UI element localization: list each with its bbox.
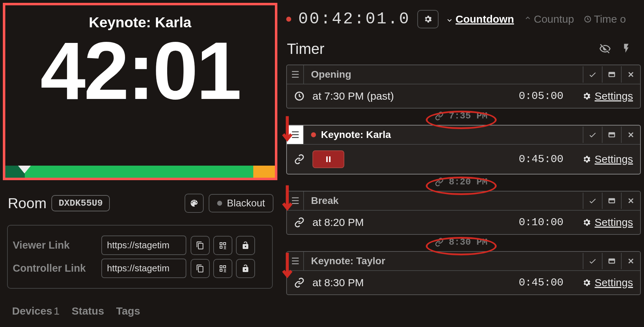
linked-time-chip[interactable]: 8:20 PM [435,177,487,187]
copy-icon [196,241,204,250]
room-label: Room [8,195,46,212]
timer-title[interactable]: Keynote: Karla [304,126,583,144]
mode-countup[interactable]: Countup [524,13,574,25]
close-icon [627,70,635,79]
timer-title[interactable]: Opening [304,65,583,84]
unlock-icon [241,264,250,273]
close-button[interactable] [621,193,640,209]
svg-rect-9 [609,199,615,200]
copy-icon [196,264,204,273]
timer-settings-link[interactable]: Settings [582,90,633,102]
link-icon [294,217,305,228]
viewer-link-input[interactable] [101,235,186,255]
annotation-arrow-icon [281,184,293,216]
devices-header: Devices1 Status Tags [0,292,280,317]
timer-duration[interactable]: 0:45:00 [519,153,564,165]
link-icon [435,177,444,187]
link-icon [294,154,305,165]
clock-icon [294,91,305,101]
link-icon [294,277,305,288]
link-icon [435,238,444,247]
close-button[interactable] [621,66,640,83]
timer-duration[interactable]: 0:45:00 [519,277,564,289]
arrow-down-icon [446,15,453,23]
qr-icon [219,264,227,273]
drag-handle[interactable]: ☰ [287,65,304,84]
minimize-button[interactable] [602,127,621,143]
timer-card-break: ☰ Break at 8:20 PM 0:10:00 Settings [286,191,641,235]
check-icon [588,130,597,139]
done-button[interactable] [583,193,602,209]
check-icon [588,196,597,205]
svg-rect-2 [609,72,615,74]
header-settings-button[interactable] [417,10,439,28]
timer-schedule: at 8:20 PM [312,216,364,228]
palette-icon [190,199,199,208]
copy-controller-button[interactable] [191,259,210,278]
close-icon [627,131,635,139]
room-code[interactable]: DXDK55U9 [51,195,110,211]
qr-icon [219,241,227,250]
svg-rect-6 [326,156,328,162]
close-button[interactable] [621,127,640,143]
timer-card-opening: ☰ Opening at 7:30 PM (past) 0:05:00 Sett… [286,65,641,109]
minimize-button[interactable] [602,66,621,83]
gear-icon [582,218,591,227]
minimize-button[interactable] [602,193,621,209]
done-button[interactable] [583,66,602,83]
gear-icon [582,92,591,101]
blackout-button[interactable]: Blackout [209,194,273,212]
controller-link-input[interactable] [101,259,186,278]
window-icon [608,257,616,265]
header-clock: 00:42:01.0 [298,10,410,28]
unlock-controller-button[interactable] [236,259,255,278]
bolt-icon [621,43,632,54]
progress-bar [5,166,275,178]
gear-icon [582,278,591,287]
qr-viewer-button[interactable] [213,236,232,255]
pause-icon [324,155,333,164]
live-dot-icon [311,132,316,137]
mode-countdown[interactable]: Countdown [446,13,514,25]
viewer-link-label: Viewer Link [13,239,97,251]
gear-icon [582,155,591,164]
linked-time-chip[interactable]: 7:35 PM [435,111,487,121]
copy-viewer-button[interactable] [191,236,210,255]
done-button[interactable] [583,253,602,269]
timer-settings-link[interactable]: Settings [582,277,633,289]
timer-title[interactable]: Keynote: Taylor [304,252,583,270]
timer-duration[interactable]: 0:10:00 [519,216,564,228]
close-button[interactable] [621,253,640,269]
unlock-icon [241,241,250,250]
visibility-toggle[interactable] [599,43,611,55]
links-panel: Viewer Link Controller Link [7,225,273,289]
timer-title[interactable]: Break [304,192,583,210]
status-column-label: Status [72,305,104,317]
window-icon [608,131,616,139]
arrow-up-icon [524,15,532,23]
unlock-viewer-button[interactable] [236,236,255,255]
close-icon [627,196,635,205]
timer-card-keynote-karla: ☰ Keynote: Karla 0:45:00 Settings [286,125,641,174]
qr-controller-button[interactable] [213,259,232,278]
check-icon [588,70,597,79]
window-icon [608,196,616,205]
flash-toggle[interactable] [621,43,632,55]
timer-schedule: at 8:30 PM [312,277,364,289]
timer-card-keynote-taylor: ☰ Keynote: Taylor at 8:30 PM 0:45:00 Set… [286,251,641,295]
theme-button[interactable] [185,194,204,213]
timer-settings-link[interactable]: Settings [582,153,633,165]
clock-icon [584,15,592,23]
timer-settings-link[interactable]: Settings [582,216,633,228]
svg-rect-11 [609,259,615,261]
linked-time-chip[interactable]: 8:30 PM [435,237,487,248]
svg-rect-5 [609,133,615,134]
status-dot-icon [217,201,222,206]
recording-dot-icon [286,17,291,22]
done-button[interactable] [583,127,602,143]
pause-button[interactable] [312,150,344,168]
mode-timeofday[interactable]: Time o [584,13,626,25]
check-icon [588,256,597,266]
timer-duration[interactable]: 0:05:00 [519,90,564,102]
minimize-button[interactable] [602,253,621,269]
